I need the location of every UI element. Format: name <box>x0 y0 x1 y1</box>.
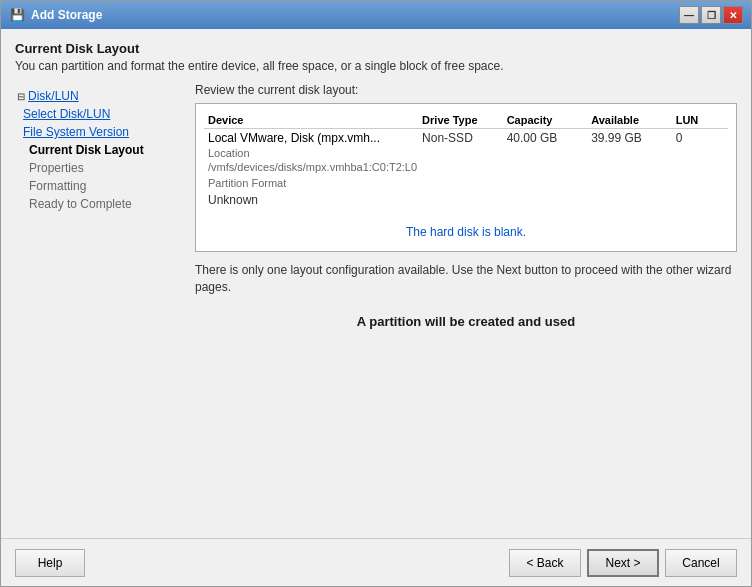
sidebar-item-filesystem-version[interactable]: File System Version <box>15 123 185 141</box>
title-bar: 💾 Add Storage — ❐ ✕ <box>1 1 751 29</box>
expand-icon: ⊟ <box>17 91 25 102</box>
page-title: Current Disk Layout <box>15 41 737 56</box>
bottom-bar: Help < Back Next > Cancel <box>1 538 751 586</box>
nav-buttons: < Back Next > Cancel <box>509 549 737 577</box>
partition-value-row: Unknown <box>204 191 728 209</box>
title-bar-buttons: — ❐ ✕ <box>679 6 743 24</box>
disk-layout-box: Device Drive Type Capacity Available LUN… <box>195 103 737 252</box>
sidebar-item-ready: Ready to Complete <box>15 195 185 213</box>
location-row: Location <box>204 147 728 161</box>
disk-table: Device Drive Type Capacity Available LUN… <box>204 112 728 209</box>
main-content: ⊟ Disk/LUN Select Disk/LUN File System V… <box>15 83 737 530</box>
back-button[interactable]: < Back <box>509 549 581 577</box>
info-text: There is only one layout configuration a… <box>195 262 737 296</box>
blank-disk-message: The hard disk is blank. <box>204 213 728 243</box>
partition-label-row: Partition Format <box>204 175 728 191</box>
sidebar-item-disklun-parent[interactable]: ⊟ Disk/LUN <box>15 87 185 105</box>
panel-label: Review the current disk layout: <box>195 83 737 97</box>
cell-lun: 0 <box>672 129 728 148</box>
restore-button[interactable]: ❐ <box>701 6 721 24</box>
window-icon: 💾 <box>9 7 25 23</box>
col-header-lun: LUN <box>672 112 728 129</box>
add-storage-window: 💾 Add Storage — ❐ ✕ Current Disk Layout … <box>0 0 752 587</box>
bold-notice: A partition will be created and used <box>195 314 737 329</box>
location-value: /vmfs/devices/disks/mpx.vmhba1:C0:T2:L0 <box>204 161 728 175</box>
page-description: You can partition and format the entire … <box>15 59 737 73</box>
sidebar: ⊟ Disk/LUN Select Disk/LUN File System V… <box>15 83 185 530</box>
col-header-available: Available <box>587 112 672 129</box>
minimize-button[interactable]: — <box>679 6 699 24</box>
page-header: Current Disk Layout You can partition an… <box>15 41 737 73</box>
col-header-device: Device <box>204 112 418 129</box>
cancel-button[interactable]: Cancel <box>665 549 737 577</box>
next-button[interactable]: Next > <box>587 549 659 577</box>
sidebar-item-formatting: Formatting <box>15 177 185 195</box>
help-button[interactable]: Help <box>15 549 85 577</box>
col-header-drivetype: Drive Type <box>418 112 503 129</box>
cell-capacity: 40.00 GB <box>503 129 588 148</box>
cell-device: Local VMware, Disk (mpx.vmh... <box>204 129 418 148</box>
cell-available: 39.99 GB <box>587 129 672 148</box>
window-title: Add Storage <box>31 8 679 22</box>
sidebar-item-disklun[interactable]: Disk/LUN <box>28 89 79 103</box>
table-row: Local VMware, Disk (mpx.vmh... Non-SSD 4… <box>204 129 728 148</box>
right-panel: Review the current disk layout: Device D… <box>195 83 737 530</box>
cell-drivetype: Non-SSD <box>418 129 503 148</box>
sidebar-item-current-disk-layout[interactable]: Current Disk Layout <box>15 141 185 159</box>
location-value-row: /vmfs/devices/disks/mpx.vmhba1:C0:T2:L0 <box>204 161 728 175</box>
sidebar-item-properties: Properties <box>15 159 185 177</box>
partition-value: Unknown <box>204 191 728 209</box>
partition-label: Partition Format <box>208 177 286 189</box>
sidebar-item-select-disk[interactable]: Select Disk/LUN <box>15 105 185 123</box>
close-button[interactable]: ✕ <box>723 6 743 24</box>
location-label: Location <box>208 147 250 159</box>
content-area: Current Disk Layout You can partition an… <box>1 29 751 538</box>
col-header-capacity: Capacity <box>503 112 588 129</box>
